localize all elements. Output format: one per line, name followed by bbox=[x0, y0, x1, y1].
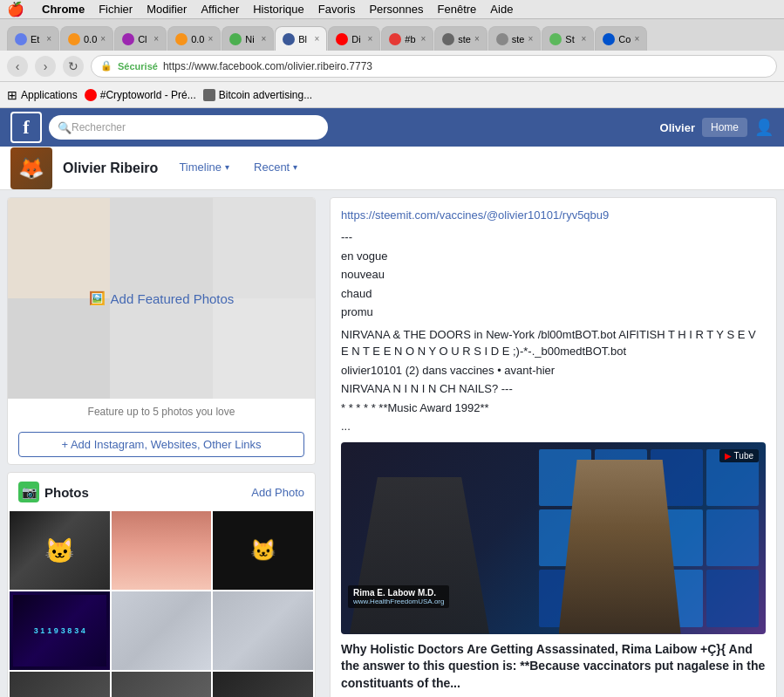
tab-cl[interactable]: Cl × bbox=[114, 26, 167, 51]
photo-thumb-8[interactable] bbox=[112, 672, 212, 697]
tab-close-st[interactable]: × bbox=[582, 34, 587, 44]
tab-co[interactable]: Co × bbox=[595, 26, 647, 51]
post-line4: * * * * * **Music Award 1992** bbox=[341, 400, 766, 417]
tab-favicon-di bbox=[336, 33, 348, 45]
add-links-button[interactable]: + Add Instagram, Websites, Other Links bbox=[18, 432, 304, 457]
tab-favicon-st bbox=[549, 33, 562, 45]
video-thumbnail[interactable]: ▶ Tube Rima E. Labow M.D. www.HealthFree… bbox=[341, 442, 766, 634]
tab-di[interactable]: Di × bbox=[328, 26, 380, 51]
lower-third-subtitle: www.HealthFreedomUSA.org bbox=[353, 598, 444, 605]
fb-search-placeholder: Rechercher bbox=[72, 121, 126, 133]
photo-thumb-2[interactable] bbox=[112, 511, 212, 590]
tab-close-ste2[interactable]: × bbox=[528, 34, 534, 44]
tab-bl[interactable]: Bl × bbox=[275, 26, 327, 51]
menu-modifier[interactable]: Modifier bbox=[147, 3, 187, 16]
photo-thumb-6[interactable] bbox=[213, 591, 313, 670]
bookmark-favicon-bitcoin bbox=[203, 89, 215, 101]
refresh-button[interactable]: ↻ bbox=[63, 56, 84, 77]
mac-menubar: 🍎 Chrome Fichier Modifier Afficher Histo… bbox=[0, 0, 784, 19]
photo-thumb-4[interactable]: 3 1 1 9 3 8 3 4 bbox=[10, 591, 110, 670]
menu-historique[interactable]: Historique bbox=[253, 3, 304, 16]
featured-photos-area: 🖼️ Add Featured Photos bbox=[8, 198, 315, 399]
bookmark-cryptoworld[interactable]: #Cryptoworld - Pré... bbox=[85, 89, 196, 101]
tab-favicon-btc1 bbox=[68, 33, 80, 45]
profile-name[interactable]: Olivier Ribeiro bbox=[56, 161, 165, 176]
bookmark-label-bitcoin: Bitcoin advertising... bbox=[219, 89, 312, 101]
monitor-12 bbox=[706, 570, 759, 626]
tab-close-bl[interactable]: × bbox=[314, 34, 319, 44]
post-long-text: NIRVANA & THE DOORS in New-York /bl00mtB… bbox=[341, 326, 766, 360]
fb-search-icon: 🔍 bbox=[58, 121, 72, 134]
fb-search-bar[interactable]: 🔍 Rechercher bbox=[49, 115, 328, 140]
menu-fichier[interactable]: Fichier bbox=[99, 3, 133, 16]
menu-fenetre[interactable]: Fenêtre bbox=[438, 3, 477, 16]
photo-thumb-1[interactable]: 🐱 bbox=[10, 511, 110, 590]
fb-main: 🖼️ Add Featured Photos Feature up to 5 p… bbox=[0, 190, 784, 697]
tab-ni[interactable]: Ni × bbox=[222, 26, 274, 51]
tab-label-ni: Ni bbox=[245, 34, 254, 44]
browser-chrome: Et × 0.0 × Cl × 0.0 × Ni × Bl × bbox=[0, 19, 784, 108]
tab-bar: Et × 0.0 × Cl × 0.0 × Ni × Bl × bbox=[0, 19, 784, 51]
tab-close-btc1[interactable]: × bbox=[100, 34, 106, 44]
video-caption: Why Holistic Doctors Are Getting Assassi… bbox=[341, 641, 766, 698]
fb-post-card: https://steemit.com/vaccines/@olivier101… bbox=[330, 197, 777, 697]
tab-close-bk[interactable]: × bbox=[420, 34, 426, 44]
menu-aide[interactable]: Aide bbox=[490, 3, 513, 16]
bookmark-bitcoin[interactable]: Bitcoin advertising... bbox=[203, 89, 312, 101]
tab-btc2[interactable]: 0.0 × bbox=[167, 26, 221, 51]
tab-close-eth[interactable]: × bbox=[46, 34, 51, 44]
bg-cell-1 bbox=[8, 198, 110, 298]
tab-label-bk: #b bbox=[405, 34, 415, 44]
tab-label-eth: Et bbox=[31, 34, 39, 44]
menu-favoris[interactable]: Favoris bbox=[318, 3, 356, 16]
tab-st[interactable]: St × bbox=[542, 26, 594, 51]
tab-ste1[interactable]: ste × bbox=[434, 26, 487, 51]
tab-close-ste1[interactable]: × bbox=[474, 34, 480, 44]
tab-bk[interactable]: #b × bbox=[381, 26, 433, 51]
tab-close-di[interactable]: × bbox=[367, 34, 372, 44]
add-photo-icon: 🖼️ bbox=[89, 290, 106, 306]
fb-home-button[interactable]: Home bbox=[702, 118, 747, 137]
tab-favicon-ste1 bbox=[442, 33, 454, 45]
tab-close-co[interactable]: × bbox=[635, 34, 640, 44]
add-photo-link[interactable]: Add Photo bbox=[251, 486, 304, 499]
tab-recent[interactable]: Recent ▾ bbox=[243, 154, 308, 183]
post-link[interactable]: https://steemit.com/vaccines/@olivier101… bbox=[341, 208, 766, 222]
tab-eth[interactable]: Et × bbox=[7, 26, 59, 51]
tab-timeline[interactable]: Timeline ▾ bbox=[168, 154, 240, 183]
photo-thumb-3[interactable]: 🐱 bbox=[213, 511, 313, 590]
tab-btc1[interactable]: 0.0 × bbox=[60, 26, 113, 51]
url-bar[interactable]: 🔒 Sécurisé https://www.facebook.com/oliv… bbox=[91, 55, 777, 78]
apps-label: Applications bbox=[21, 89, 78, 101]
fb-username: Olivier bbox=[660, 121, 695, 134]
yt-badge-label: Tube bbox=[734, 451, 753, 461]
photo-thumb-5[interactable] bbox=[112, 591, 212, 670]
lock-icon: 🔒 bbox=[100, 60, 112, 72]
bookmark-label-cryptoworld: #Cryptoworld - Pré... bbox=[100, 89, 196, 101]
post-line5: ... bbox=[341, 418, 766, 435]
tab-close-btc2[interactable]: × bbox=[208, 34, 213, 44]
fb-content: https://steemit.com/vaccines/@olivier101… bbox=[323, 190, 784, 697]
bg-cell-2 bbox=[110, 198, 212, 298]
photo-thumb-7[interactable] bbox=[10, 672, 110, 697]
bookmarks-bar: ⊞ Applications #Cryptoworld - Pré... Bit… bbox=[0, 82, 784, 108]
bookmark-favicon-cryptoworld bbox=[85, 89, 97, 101]
tab-favicon-btc2 bbox=[175, 33, 187, 45]
tab-close-cl[interactable]: × bbox=[153, 34, 159, 44]
person-right-silhouette bbox=[559, 460, 681, 634]
menu-personnes[interactable]: Personnes bbox=[369, 3, 423, 16]
tab-close-ni[interactable]: × bbox=[261, 34, 266, 44]
menu-chrome[interactable]: Chrome bbox=[42, 3, 85, 16]
photo-thumb-9[interactable] bbox=[213, 672, 313, 697]
apps-button[interactable]: ⊞ Applications bbox=[7, 88, 78, 102]
menu-afficher[interactable]: Afficher bbox=[201, 3, 239, 16]
tab-ste2[interactable]: ste × bbox=[488, 26, 542, 51]
fb-person-icon[interactable]: 👤 bbox=[754, 118, 774, 137]
back-button[interactable]: ‹ bbox=[7, 56, 28, 77]
add-featured-photos-button[interactable]: 🖼️ Add Featured Photos bbox=[89, 290, 235, 306]
photos-title: 📷 Photos bbox=[18, 482, 89, 502]
forward-button[interactable]: › bbox=[35, 56, 56, 77]
fb-sidebar: 🖼️ Add Featured Photos Feature up to 5 p… bbox=[0, 190, 323, 697]
apple-menu[interactable]: 🍎 bbox=[7, 1, 24, 17]
tab-recent-label: Recent bbox=[254, 161, 290, 174]
